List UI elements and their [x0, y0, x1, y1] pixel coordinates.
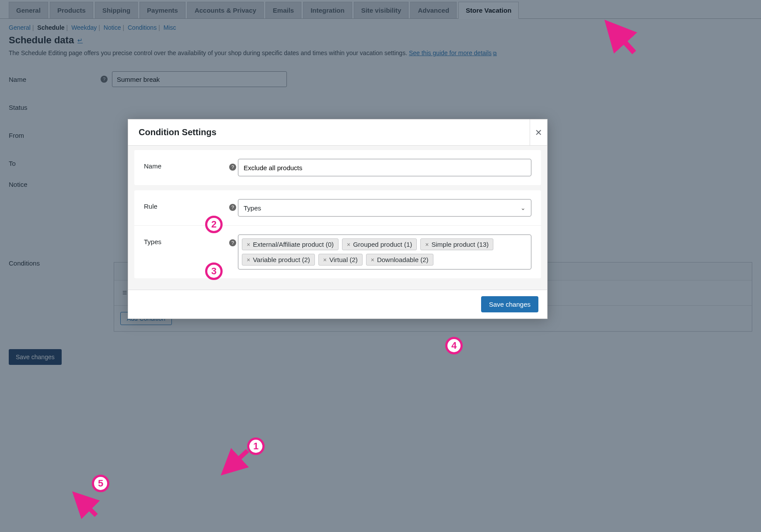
condition-settings-modal: Condition Settings ✕ Name ? Rule ? Types…: [128, 119, 548, 319]
chevron-down-icon: ⌄: [520, 204, 526, 211]
type-tag: ×Virtual (2): [318, 254, 363, 266]
annotation-badge-4: 4: [445, 337, 463, 354]
condition-name-field[interactable]: [238, 159, 531, 176]
help-icon[interactable]: ?: [229, 239, 236, 246]
type-tag: ×Variable product (2): [242, 254, 315, 266]
annotation-badge-3: 3: [205, 262, 223, 280]
remove-tag-icon[interactable]: ×: [425, 241, 429, 248]
remove-tag-icon[interactable]: ×: [323, 256, 327, 263]
annotation-badge-2: 2: [205, 216, 223, 233]
modal-label-name: Name: [144, 159, 229, 170]
modal-label-types: Types: [144, 234, 229, 245]
help-icon[interactable]: ?: [229, 204, 236, 211]
remove-tag-icon[interactable]: ×: [247, 241, 250, 248]
close-icon[interactable]: ✕: [530, 119, 547, 145]
modal-save-button[interactable]: Save changes: [481, 296, 538, 312]
modal-title: Condition Settings: [139, 127, 216, 137]
remove-tag-icon[interactable]: ×: [347, 241, 350, 248]
rule-select-value: Types: [244, 204, 261, 212]
svg-line-2: [608, 24, 634, 52]
type-tag: ×Grouped product (1): [342, 238, 417, 250]
help-icon[interactable]: ?: [229, 164, 236, 171]
types-multiselect[interactable]: ×External/Affiliate product (0) ×Grouped…: [238, 234, 531, 270]
rule-select[interactable]: Types ⌄: [238, 199, 531, 217]
type-tag: ×Simple product (13): [420, 238, 493, 250]
type-tag: ×Downloadable (2): [366, 254, 433, 266]
modal-label-rule: Rule: [144, 199, 229, 210]
remove-tag-icon[interactable]: ×: [371, 256, 374, 263]
remove-tag-icon[interactable]: ×: [247, 256, 250, 263]
arrow-icon: [599, 18, 643, 57]
type-tag: ×External/Affiliate product (0): [242, 238, 339, 250]
